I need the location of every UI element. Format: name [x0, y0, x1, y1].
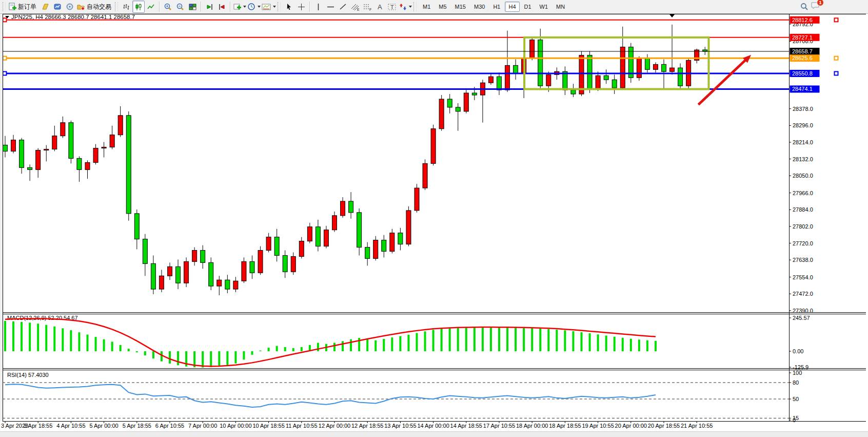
macd-histogram-bar [292, 348, 294, 351]
macd-histogram-bar [95, 337, 97, 351]
auto-scroll-button[interactable] [203, 1, 215, 13]
chart-background [0, 14, 868, 421]
macd-scale-label: 245.57 [793, 315, 810, 321]
candle-body [596, 75, 600, 89]
macd-histogram-bar [614, 337, 616, 351]
timeframe-button-m30[interactable]: M30 [470, 2, 488, 12]
toolbar-grip[interactable] [413, 2, 417, 11]
macd-histogram-bar [581, 332, 583, 351]
toolbar-grip[interactable] [3, 2, 6, 11]
arrows-icon [399, 3, 407, 11]
tile-windows-button[interactable] [186, 1, 199, 13]
candle-body [274, 237, 279, 256]
macd-histogram-bar [407, 335, 409, 351]
line-handle[interactable] [3, 71, 7, 75]
line-handle[interactable] [835, 18, 838, 22]
candle-body [201, 250, 205, 262]
line-chart-button[interactable] [145, 1, 157, 13]
dropdown-caret [409, 6, 412, 8]
search-button[interactable] [798, 1, 811, 13]
timeframe-button-m1[interactable]: M1 [419, 2, 434, 12]
text-label-button[interactable]: T [386, 1, 398, 13]
bar-chart-button[interactable] [120, 1, 132, 13]
macd-histogram-bar [276, 346, 278, 351]
macd-histogram-bar [202, 351, 204, 368]
crosshair-button[interactable] [295, 1, 307, 13]
indicators-button[interactable] [232, 1, 247, 13]
candle-body [415, 188, 419, 211]
candle-body [341, 201, 345, 216]
candlestick-chart-button[interactable] [132, 1, 145, 13]
chart-canvas[interactable]: JPN225, H4 28666.3 28680.7 28641.1 28658… [0, 0, 868, 437]
cursor-button[interactable] [283, 1, 295, 13]
date-label[interactable]: 20 Apr 00:00 [615, 423, 647, 429]
timeframe-button-m15[interactable]: M15 [451, 2, 469, 12]
trendline-button[interactable] [337, 1, 349, 13]
zoom-in-button[interactable] [162, 1, 174, 13]
candle-body [291, 256, 295, 272]
date-label[interactable]: 14 Apr 18:55 [450, 423, 482, 429]
macd-histogram-bar [234, 351, 236, 364]
price-tick-label: 27390.0 [793, 308, 813, 314]
arrows-button[interactable] [398, 1, 412, 13]
toolbar-separator [201, 2, 201, 12]
periods-button[interactable] [247, 1, 261, 13]
date-label[interactable]: 17 Apr 10:55 [483, 423, 515, 429]
date-label[interactable]: 5 Apr 00:00 [89, 423, 118, 429]
date-label[interactable]: 19 Apr 10:55 [582, 423, 614, 429]
date-label[interactable]: 12 Apr 18:55 [351, 423, 383, 429]
timeframe-button-w1[interactable]: W1 [536, 2, 552, 12]
equidistant-channel-button[interactable]: E [349, 1, 361, 13]
text-button[interactable]: A [373, 1, 386, 13]
notifications-button[interactable]: 1 [811, 1, 821, 12]
date-label[interactable]: 10 Apr 00:00 [220, 423, 251, 429]
horizontal-line-button[interactable] [324, 1, 337, 13]
templates-button[interactable] [261, 1, 277, 13]
date-label[interactable]: 6 Apr 10:55 [155, 423, 184, 429]
date-label[interactable]: 12 Apr 00:00 [319, 423, 350, 429]
timeframe-button-h4[interactable]: H4 [505, 2, 519, 12]
macd-histogram-bar [21, 322, 23, 351]
price-tag-label: 28550.8 [792, 70, 813, 77]
macd-histogram-bar [630, 339, 632, 351]
line-handle[interactable] [835, 56, 838, 60]
date-label[interactable]: 18 Apr 18:55 [549, 423, 581, 429]
chart-shift-button[interactable] [215, 1, 228, 13]
market-watch-button[interactable] [51, 1, 64, 13]
options-button[interactable] [64, 1, 76, 13]
date-label[interactable]: 14 Apr 00:00 [417, 423, 449, 429]
line-handle[interactable] [3, 18, 7, 22]
timeframe-button-m5[interactable]: M5 [435, 2, 450, 12]
date-label[interactable]: 10 Apr 18:55 [252, 423, 284, 429]
macd-histogram-bar [111, 341, 113, 351]
vertical-line-button[interactable] [312, 1, 324, 13]
auto-scroll-icon [205, 3, 214, 11]
date-label[interactable]: 18 Apr 00:00 [516, 423, 548, 429]
date-label[interactable]: 3 Apr 18:55 [24, 423, 52, 429]
macd-histogram-bar [120, 345, 122, 351]
macd-histogram-bar [128, 349, 130, 351]
fibonacci-button[interactable]: F [361, 1, 373, 13]
profiles-button[interactable] [39, 1, 51, 13]
bar-chart-icon [122, 3, 131, 11]
macd-histogram-bar [457, 328, 459, 351]
date-label[interactable]: 7 Apr 00:00 [188, 423, 217, 429]
date-label[interactable]: 20 Apr 18:55 [648, 423, 680, 429]
date-label[interactable]: 11 Apr 10:55 [286, 423, 318, 429]
price-tag-label: 28625.6 [792, 55, 813, 61]
line-handle[interactable] [835, 71, 838, 75]
date-label[interactable]: 21 Apr 10:55 [681, 423, 713, 429]
line-handle[interactable] [3, 56, 7, 60]
date-label[interactable]: 5 Apr 18:55 [123, 423, 151, 429]
date-label[interactable]: 13 Apr 10:55 [384, 423, 416, 429]
timeframe-button-d1[interactable]: D1 [521, 2, 535, 12]
timeframe-button-mn[interactable]: MN [553, 2, 568, 12]
auto-trading-button[interactable]: 自动交易 [76, 1, 114, 13]
zoom-out-button[interactable] [174, 1, 186, 13]
macd-histogram-bar [638, 339, 640, 351]
date-label[interactable]: 4 Apr 10:55 [56, 423, 85, 429]
toolbar-grip[interactable] [278, 2, 281, 11]
new-order-button[interactable]: 新订单 [8, 1, 39, 13]
toolbar-grip[interactable] [115, 2, 118, 11]
timeframe-button-h1[interactable]: H1 [489, 2, 504, 12]
